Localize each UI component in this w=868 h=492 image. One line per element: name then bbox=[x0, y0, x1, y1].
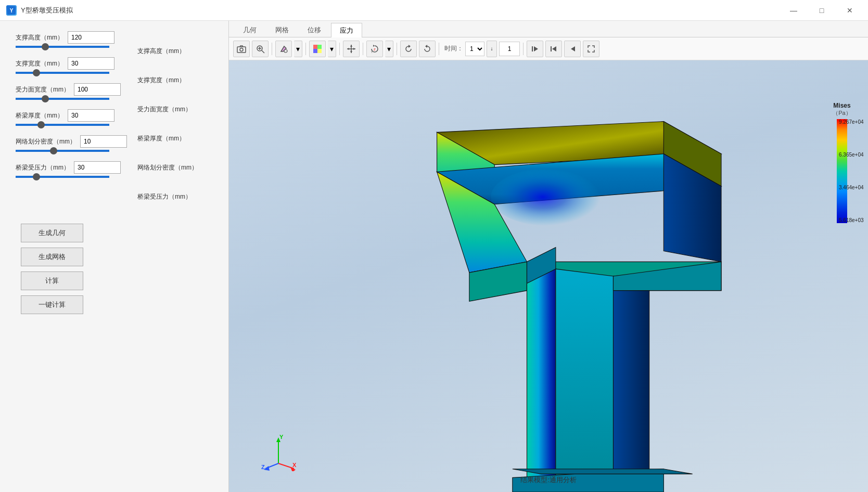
tab-stress[interactable]: 应力 bbox=[331, 23, 362, 37]
param-mesh-density: 网络划分密度（mm） bbox=[16, 135, 127, 152]
time-label: 时间： bbox=[444, 44, 463, 53]
svg-marker-22 bbox=[409, 45, 411, 48]
svg-rect-2 bbox=[237, 47, 246, 53]
params-left-col: 支撑高度（mm） 支撑宽度（mm） bbox=[16, 31, 127, 211]
right-label-support-height: 支撑高度（mm） bbox=[137, 36, 213, 66]
support-height-slider[interactable] bbox=[16, 46, 109, 48]
app-title: Y型桥墩受压模拟 bbox=[21, 6, 782, 15]
tab-geometry[interactable]: 几何 bbox=[234, 22, 265, 37]
svg-marker-42 bbox=[614, 273, 649, 485]
svg-point-8 bbox=[284, 49, 287, 53]
params-right-col: 支撑高度（mm） 支撑宽度（mm） 受力面宽度（mm） 桥梁厚度（mm） 网络划… bbox=[137, 31, 213, 211]
svg-marker-23 bbox=[425, 45, 427, 48]
refresh-button[interactable] bbox=[400, 41, 417, 57]
transform-button[interactable] bbox=[343, 41, 360, 57]
color-legend: Mises （Pa） 9.267e+04 6.365e+04 3.464e+04… bbox=[826, 102, 858, 225]
step-down[interactable]: ↓ bbox=[487, 41, 497, 57]
right-label-mesh-density: 网络划分密度（mm） bbox=[137, 153, 213, 182]
sep4 bbox=[363, 43, 363, 55]
cube-dropdown[interactable]: ▾ bbox=[328, 41, 336, 57]
svg-point-3 bbox=[240, 48, 243, 51]
right-label-support-width: 支撑宽度（mm） bbox=[137, 66, 213, 95]
param-load-width: 受力面宽度（mm） bbox=[16, 83, 127, 100]
prev-button[interactable] bbox=[545, 41, 562, 57]
camera-button[interactable] bbox=[233, 41, 250, 57]
param-support-height: 支撑高度（mm） bbox=[16, 31, 127, 48]
paint-dropdown[interactable]: ▾ bbox=[294, 41, 302, 57]
legend-val-max: 9.267e+04 bbox=[839, 119, 864, 125]
app-icon: Y bbox=[6, 5, 17, 16]
beam-pressure-slider[interactable] bbox=[16, 176, 109, 178]
sep6 bbox=[439, 43, 439, 55]
gen-geometry-button[interactable]: 生成几何 bbox=[21, 224, 83, 242]
viewer-toolbar: ▾ ▾ bbox=[229, 37, 868, 60]
beam-thickness-input[interactable] bbox=[68, 109, 114, 122]
legend-subtitle: （Pa） bbox=[826, 109, 858, 117]
beam-thickness-slider[interactable] bbox=[16, 124, 109, 126]
play-button[interactable] bbox=[527, 41, 543, 57]
svg-text:X: X bbox=[292, 462, 297, 468]
paint-button[interactable] bbox=[275, 41, 292, 57]
tab-bar: 几何 网格 位移 应力 bbox=[229, 21, 868, 37]
gen-mesh-button[interactable]: 生成网格 bbox=[21, 248, 83, 266]
svg-marker-26 bbox=[552, 46, 556, 51]
time-select[interactable]: 1 2 3 bbox=[465, 42, 484, 56]
svg-marker-17 bbox=[347, 48, 349, 50]
legend-title: Mises bbox=[826, 102, 858, 109]
minimize-button[interactable]: — bbox=[782, 2, 806, 19]
bottom-label: 结果模型:通用分析 bbox=[520, 475, 577, 485]
svg-rect-12 bbox=[317, 49, 322, 53]
svg-marker-45 bbox=[513, 469, 693, 474]
viewer-canvas[interactable]: Y X Z Mises （Pa） 9.267e+ bbox=[229, 60, 868, 492]
frame-input[interactable] bbox=[499, 42, 520, 56]
step-back-button[interactable] bbox=[564, 41, 581, 57]
legend-labels: 9.267e+04 6.365e+04 3.464e+04 5.618e+03 bbox=[839, 119, 864, 223]
support-height-label: 支撑高度（mm） bbox=[16, 33, 63, 42]
sep1 bbox=[272, 43, 272, 55]
svg-text:Y: Y bbox=[279, 435, 284, 440]
support-width-slider[interactable] bbox=[16, 72, 109, 74]
param-support-width: 支撑宽度（mm） bbox=[16, 57, 127, 74]
svg-marker-16 bbox=[350, 51, 352, 53]
close-button[interactable]: ✕ bbox=[838, 2, 862, 19]
rotate-dropdown[interactable]: ▾ bbox=[385, 41, 393, 57]
calculate-button[interactable]: 计算 bbox=[21, 271, 83, 290]
load-width-slider[interactable] bbox=[16, 98, 109, 100]
zoom-button[interactable] bbox=[252, 41, 269, 57]
cube-button[interactable] bbox=[309, 41, 326, 57]
beam-pressure-label: 桥梁受压力（mm） bbox=[16, 163, 70, 172]
support-height-input[interactable] bbox=[68, 31, 114, 44]
svg-marker-18 bbox=[353, 48, 355, 50]
buttons-section: 生成几何 生成网格 计算 一键计算 bbox=[16, 224, 213, 314]
svg-marker-15 bbox=[350, 45, 352, 47]
mesh-density-input[interactable] bbox=[80, 135, 127, 148]
support-width-input[interactable] bbox=[68, 57, 114, 70]
param-beam-thickness: 桥梁厚度（mm） bbox=[16, 109, 127, 126]
rotate-button[interactable]: Z Y bbox=[366, 41, 383, 57]
sep7 bbox=[523, 43, 524, 55]
sep2 bbox=[305, 43, 306, 55]
fullscreen-button[interactable] bbox=[583, 41, 599, 57]
svg-marker-41 bbox=[556, 269, 614, 485]
axis-indicator: Y X Z bbox=[260, 435, 297, 471]
beam-pressure-input[interactable] bbox=[74, 161, 121, 174]
refresh2-button[interactable] bbox=[419, 41, 436, 57]
svg-rect-24 bbox=[532, 46, 533, 51]
legend-val-min: 5.618e+03 bbox=[839, 217, 864, 223]
svg-text:Y: Y bbox=[10, 8, 14, 14]
window-controls[interactable]: — □ ✕ bbox=[782, 2, 862, 19]
support-width-label: 支撑宽度（mm） bbox=[16, 59, 63, 68]
tab-displacement[interactable]: 位移 bbox=[299, 22, 330, 37]
svg-line-5 bbox=[262, 50, 264, 53]
svg-point-33 bbox=[491, 169, 606, 226]
load-width-input[interactable] bbox=[74, 83, 121, 96]
mesh-density-slider[interactable] bbox=[16, 150, 109, 152]
main-container: 支撑高度（mm） 支撑宽度（mm） bbox=[0, 21, 868, 492]
tab-mesh[interactable]: 网格 bbox=[266, 22, 298, 37]
svg-marker-39 bbox=[527, 269, 556, 485]
maximize-button[interactable]: □ bbox=[810, 2, 834, 19]
one-click-calc-button[interactable]: 一键计算 bbox=[21, 295, 83, 314]
svg-text:Z: Z bbox=[374, 48, 376, 51]
svg-rect-10 bbox=[317, 45, 322, 49]
title-bar: Y Y型桥墩受压模拟 — □ ✕ bbox=[0, 0, 868, 21]
